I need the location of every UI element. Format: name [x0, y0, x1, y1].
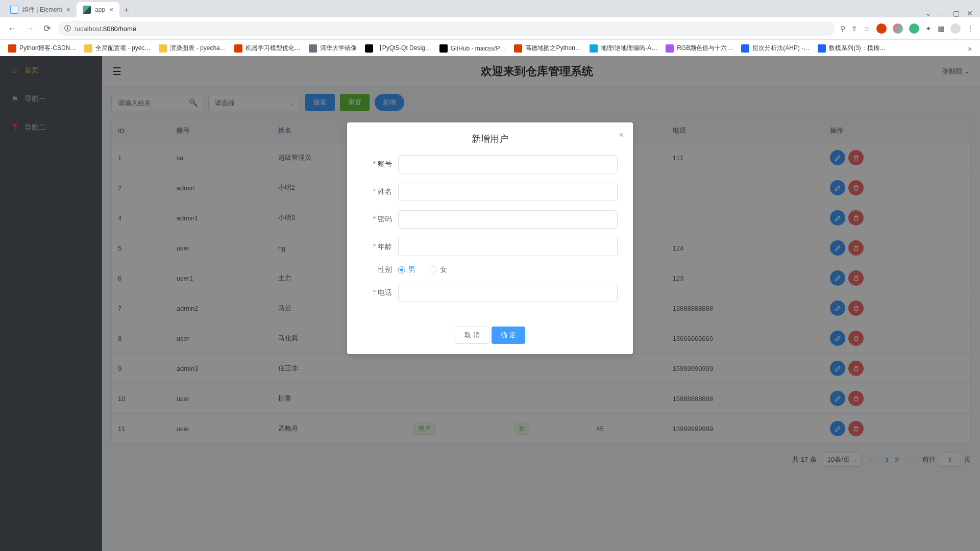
- bookmark-label: 地理/逆地理编码-A…: [601, 44, 657, 53]
- bookmark-item[interactable]: 层次分析法(AHP) -…: [738, 42, 813, 55]
- bookmark-item[interactable]: 清华大学镜像: [306, 42, 360, 55]
- url-input[interactable]: ⓘ localhost:8080/home: [58, 21, 835, 36]
- browser-tab-active[interactable]: app ×: [77, 2, 119, 17]
- toolbar-icons: ⚲ ⇪ ☆ ✦ ▥ ⋮: [840, 23, 974, 34]
- bookmark-icon: [666, 44, 674, 53]
- bookmark-label: 高德地图之Python…: [525, 44, 581, 53]
- bookmarks-bar: Python博客-CSDN…全局配置项 - pyec…渲染图表 - pyecha…: [0, 40, 980, 56]
- tab-title: app: [95, 6, 105, 13]
- address-bar: ← → ⟳ ⓘ localhost:8080/home ⚲ ⇪ ☆ ✦ ▥ ⋮: [0, 17, 980, 40]
- chevron-down-icon[interactable]: ⌄: [925, 9, 932, 17]
- url-path: :8080/home: [101, 25, 136, 33]
- bookmark-icon: [741, 44, 749, 53]
- url-host: localhost: [75, 25, 101, 33]
- close-icon[interactable]: ×: [66, 6, 70, 14]
- bookmark-label: RGB颜色值与十六…: [677, 44, 733, 53]
- bookmark-item[interactable]: 全局配置项 - pyec…: [81, 42, 154, 55]
- favicon-icon: [83, 6, 91, 14]
- profile-icon[interactable]: [950, 23, 961, 34]
- minimize-icon[interactable]: —: [939, 9, 946, 17]
- maximize-icon[interactable]: ▢: [953, 9, 960, 17]
- close-window-icon[interactable]: ✕: [967, 9, 973, 17]
- extensions-icon[interactable]: ✦: [925, 24, 932, 33]
- forward-button[interactable]: →: [23, 22, 36, 35]
- bookmark-icon: [439, 44, 448, 53]
- key-icon[interactable]: ⚲: [840, 24, 845, 33]
- star-icon[interactable]: ☆: [864, 24, 870, 33]
- bookmark-item[interactable]: 【PyQt5-Qt Desig…: [362, 42, 434, 55]
- bookmark-icon: [590, 44, 598, 53]
- bookmark-icon: [309, 44, 317, 53]
- browser-chrome: 组件 | Element × app × + ⌄ — ▢ ✕ ← → ⟳ ⓘ l…: [0, 0, 980, 40]
- bookmark-label: 渲染图表 - pyecha…: [170, 44, 226, 53]
- bookmarks-overflow-icon[interactable]: »: [965, 44, 975, 53]
- bookmark-item[interactable]: Python博客-CSDN…: [5, 42, 79, 55]
- tab-title: 组件 | Element: [22, 6, 62, 14]
- browser-tab[interactable]: 组件 | Element ×: [4, 2, 77, 17]
- ext-icon[interactable]: [893, 23, 903, 34]
- bookmark-label: 层次分析法(AHP) -…: [752, 44, 810, 53]
- bookmark-icon: [365, 44, 373, 53]
- bookmark-icon: [159, 44, 167, 53]
- side-panel-icon[interactable]: ▥: [938, 24, 944, 33]
- bookmark-label: GitHub - maicss/P…: [451, 45, 506, 52]
- bookmark-icon: [234, 44, 242, 53]
- bookmark-item[interactable]: RGB颜色值与十六…: [663, 42, 736, 55]
- bookmark-item[interactable]: GitHub - maicss/P…: [436, 42, 509, 55]
- close-icon[interactable]: ×: [109, 6, 113, 14]
- vue-devtools-icon[interactable]: [909, 23, 919, 34]
- back-button[interactable]: ←: [6, 22, 18, 35]
- bookmark-item[interactable]: 机器学习模型优化…: [231, 42, 304, 55]
- bookmark-label: 全局配置项 - pyec…: [95, 44, 151, 53]
- bookmark-label: 数模系列(3)：模糊…: [829, 44, 886, 53]
- bookmark-item[interactable]: 数模系列(3)：模糊…: [815, 42, 889, 55]
- bookmark-label: 清华大学镜像: [320, 44, 357, 53]
- menu-icon[interactable]: ⋮: [967, 24, 974, 33]
- bookmark-label: 【PyQt5-Qt Desig…: [376, 44, 431, 53]
- bookmark-item[interactable]: 渲染图表 - pyecha…: [156, 42, 229, 55]
- bookmark-icon: [514, 44, 522, 53]
- reload-button[interactable]: ⟳: [41, 22, 53, 35]
- bookmark-icon: [84, 44, 92, 53]
- tab-bar: 组件 | Element × app × + ⌄ — ▢ ✕: [0, 0, 980, 17]
- share-icon[interactable]: ⇪: [851, 24, 857, 33]
- site-info-icon[interactable]: ⓘ: [64, 24, 71, 33]
- ext-icon[interactable]: [876, 23, 887, 34]
- bookmark-item[interactable]: 地理/逆地理编码-A…: [586, 42, 660, 55]
- bookmark-item[interactable]: 高德地图之Python…: [511, 42, 584, 55]
- window-controls: ⌄ — ▢ ✕: [918, 9, 980, 17]
- bookmark-label: Python博客-CSDN…: [19, 44, 76, 53]
- favicon-icon: [10, 6, 18, 14]
- bookmark-icon: [8, 44, 16, 53]
- new-tab-button[interactable]: +: [119, 3, 134, 17]
- bookmark-icon: [818, 44, 826, 53]
- bookmark-label: 机器学习模型优化…: [246, 44, 301, 53]
